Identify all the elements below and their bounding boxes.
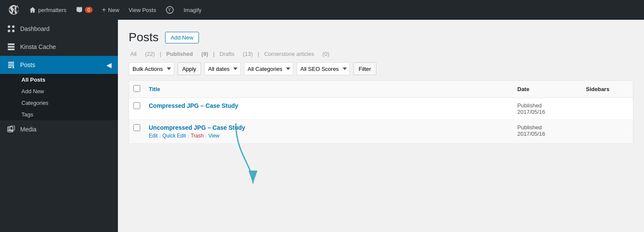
home-icon (29, 6, 36, 13)
yoast-icon: Y (166, 6, 174, 14)
title-column-header[interactable]: Title (144, 81, 513, 98)
svg-point-3 (12, 25, 15, 28)
svg-point-10 (9, 128, 10, 129)
comment-count: 0 (85, 7, 93, 13)
apply-button[interactable]: Apply (178, 62, 201, 75)
page-header: Posts Add New (129, 31, 633, 44)
row2-quick-edit-link[interactable]: Quick Edit (163, 133, 186, 139)
sidebar: Dashboard Kinsta Cache Posts All Posts A… (0, 20, 118, 232)
table-row: Uncompressed JPG – Case Study Edit | Qui… (129, 120, 633, 143)
main-content: Posts Add New All (22) | Published (9) |… (118, 20, 644, 232)
row1-checkbox-cell (129, 98, 145, 120)
page-title: Posts (129, 31, 159, 44)
dashboard-label: Dashboard (20, 25, 50, 32)
layout: Dashboard Kinsta Cache Posts All Posts A… (0, 20, 644, 232)
dashboard-icon (6, 24, 16, 34)
filter-sep-3: | (258, 51, 261, 57)
sidebars-column-header: Sidebars (582, 81, 633, 98)
all-categories-select[interactable]: All Categories (244, 62, 293, 75)
row1-date-status: Published (518, 102, 578, 109)
imagify-label: Imagify (184, 7, 202, 13)
sidebar-item-posts[interactable]: Posts (0, 56, 118, 74)
row2-date-cell: Published 2017/05/16 (513, 120, 582, 143)
row2-title-cell: Uncompressed JPG – Case Study Edit | Qui… (144, 120, 513, 143)
comments-item[interactable]: 0 (72, 0, 96, 20)
filter-button[interactable]: Filter (353, 62, 377, 75)
row2-date-status: Published (518, 124, 578, 131)
site-name: perfmatters (38, 7, 66, 13)
svg-rect-8 (8, 49, 15, 50)
toolbar-row: Bulk Actions Apply All dates All Categor… (129, 62, 633, 75)
row1-checkbox[interactable] (133, 102, 140, 109)
row2-checkbox[interactable] (133, 124, 140, 131)
submenu-add-new[interactable]: Add New (0, 85, 118, 97)
kinsta-label: Kinsta Cache (20, 43, 56, 50)
filter-sep-1: | (160, 51, 163, 57)
yoast-item[interactable]: Y (162, 0, 178, 20)
svg-rect-7 (8, 46, 15, 48)
all-dates-select[interactable]: All dates (205, 62, 241, 75)
table-head: Title Date Sidebars (129, 81, 633, 98)
select-all-header (129, 81, 145, 98)
comment-icon (76, 6, 83, 13)
filter-links: All (22) | Published (9) | Drafts (13) |… (129, 51, 633, 57)
date-column-header: Date (513, 81, 582, 98)
plus-icon: + (102, 6, 106, 14)
kinsta-icon (6, 42, 16, 52)
table-body: Compressed JPG – Case Study Published 20… (129, 98, 633, 143)
imagify-item[interactable]: Imagify (180, 0, 205, 20)
sidebar-item-dashboard[interactable]: Dashboard (0, 20, 118, 38)
filter-all[interactable]: All (22) (129, 51, 158, 57)
select-all-checkbox[interactable] (133, 85, 140, 92)
svg-point-5 (12, 30, 15, 32)
row2-checkbox-cell (129, 120, 145, 143)
sidebar-item-media[interactable]: Media (0, 120, 118, 138)
filter-cornerstone[interactable]: Cornerstone articles (0) (262, 51, 331, 57)
svg-point-2 (8, 25, 10, 28)
row1-title-cell: Compressed JPG – Case Study (144, 98, 513, 120)
row2-title-link[interactable]: Uncompressed JPG – Case Study (149, 124, 245, 131)
row1-date-value: 2017/05/16 (518, 109, 578, 115)
view-posts-item[interactable]: View Posts (125, 0, 159, 20)
table-row: Compressed JPG – Case Study Published 20… (129, 98, 633, 120)
sidebar-item-kinsta[interactable]: Kinsta Cache (0, 38, 118, 56)
filter-sep-2: | (213, 51, 216, 57)
row1-title-link[interactable]: Compressed JPG – Case Study (149, 102, 238, 109)
media-icon (6, 125, 16, 134)
admin-bar: perfmatters 0 + New View Posts Y Imagify (0, 0, 644, 20)
submenu-all-posts[interactable]: All Posts (0, 74, 118, 85)
posts-icon (6, 60, 16, 70)
filter-drafts[interactable]: Drafts (13) (218, 51, 256, 57)
row1-date-cell: Published 2017/05/16 (513, 98, 582, 120)
action-sep-1: | (159, 133, 161, 139)
action-sep-3: | (205, 133, 207, 139)
svg-text:Y: Y (168, 8, 171, 12)
row1-sidebars-cell (582, 98, 633, 120)
posts-label: Posts (20, 61, 35, 68)
filter-published[interactable]: Published (9) (165, 51, 211, 57)
posts-table: Title Date Sidebars Compressed JPG – Cas… (129, 80, 633, 143)
media-label: Media (20, 126, 36, 133)
wp-logo-item[interactable] (4, 0, 23, 20)
row2-trash-link[interactable]: Trash (191, 133, 204, 139)
row2-edit-link[interactable]: Edit (149, 133, 158, 139)
new-label: New (108, 7, 119, 13)
site-name-item[interactable]: perfmatters (26, 0, 70, 20)
title-sort-link[interactable]: Title (149, 86, 160, 92)
submenu-categories[interactable]: Categories (0, 97, 118, 109)
row2-sidebars-cell (582, 120, 633, 143)
row2-date-value: 2017/05/16 (518, 131, 578, 137)
row2-actions: Edit | Quick Edit | Trash | View (149, 133, 509, 139)
bulk-actions-select[interactable]: Bulk Actions (129, 62, 174, 75)
wp-logo-icon (8, 4, 20, 16)
svg-point-4 (8, 30, 10, 32)
row2-view-link[interactable]: View (208, 133, 220, 139)
add-new-button[interactable]: Add New (165, 32, 199, 43)
svg-rect-6 (8, 43, 15, 45)
all-seo-scores-select[interactable]: All SEO Scores (297, 62, 350, 75)
view-posts-label: View Posts (129, 7, 156, 13)
action-sep-2: | (188, 133, 189, 139)
new-item[interactable]: + New (99, 0, 123, 20)
submenu-tags[interactable]: Tags (0, 109, 118, 120)
table-wrapper: Title Date Sidebars Compressed JPG – Cas… (129, 80, 633, 143)
